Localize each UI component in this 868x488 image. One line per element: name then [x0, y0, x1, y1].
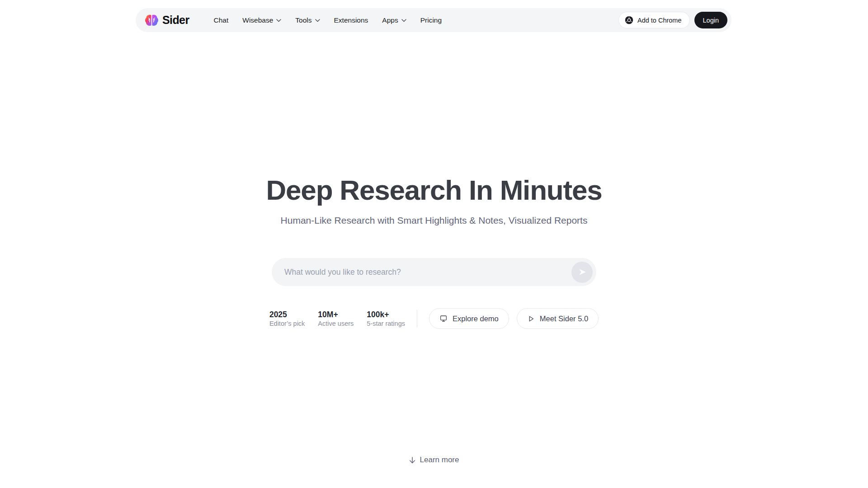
chrome-icon: [625, 16, 633, 24]
nav-item-label: Extensions: [334, 16, 368, 24]
vertical-divider: [417, 310, 417, 328]
learn-more-label: Learn more: [420, 455, 459, 465]
arrow-down-icon: [409, 456, 416, 464]
nav-item-extensions[interactable]: Extensions: [334, 16, 368, 24]
login-button[interactable]: Login: [694, 12, 727, 28]
stat-value: 2025: [269, 310, 305, 319]
stat-label: 5-star ratings: [367, 319, 405, 328]
play-icon: [527, 315, 535, 323]
top-navbar: Sider Chat Wisebase Tools Extensions App…: [136, 8, 731, 32]
stat-editors-pick: 2025 Editor’s pick: [269, 310, 305, 328]
nav-item-chat[interactable]: Chat: [214, 16, 229, 24]
send-button[interactable]: [571, 262, 593, 283]
learn-more-link[interactable]: Learn more: [409, 455, 459, 465]
sider-logo[interactable]: Sider: [144, 14, 189, 27]
brain-logo-icon: [144, 14, 159, 27]
research-search-input[interactable]: [284, 258, 571, 286]
main-nav: Chat Wisebase Tools Extensions Apps Pric…: [214, 16, 442, 24]
demo-screen-icon: [439, 314, 448, 323]
nav-item-apps[interactable]: Apps: [382, 16, 406, 24]
stat-active-users: 10M+ Active users: [318, 310, 354, 328]
send-arrow-icon: [577, 267, 587, 277]
nav-item-label: Apps: [382, 16, 398, 24]
add-to-chrome-button[interactable]: Add to Chrome: [618, 12, 690, 28]
nav-item-pricing[interactable]: Pricing: [420, 16, 442, 24]
stat-label: Active users: [318, 319, 354, 328]
explore-demo-button[interactable]: Explore demo: [429, 308, 509, 329]
research-search-box: [272, 258, 596, 286]
nav-item-label: Chat: [214, 16, 229, 24]
meet-sider-button[interactable]: Meet Sider 5.0: [517, 308, 599, 329]
nav-item-label: Tools: [295, 16, 311, 24]
navbar-actions: Add to Chrome Login: [618, 12, 727, 28]
nav-item-label: Wisebase: [242, 16, 273, 24]
nav-item-tools[interactable]: Tools: [295, 16, 320, 24]
nav-item-label: Pricing: [420, 16, 442, 24]
chevron-down-icon: [315, 19, 320, 22]
nav-item-wisebase[interactable]: Wisebase: [242, 16, 281, 24]
stats-group: 2025 Editor’s pick 10M+ Active users 100…: [269, 310, 405, 328]
brand-name: Sider: [162, 14, 189, 27]
stat-label: Editor’s pick: [269, 319, 305, 328]
stat-value: 10M+: [318, 310, 354, 319]
stat-ratings: 100k+ 5-star ratings: [367, 310, 405, 328]
page-title: Deep Research In Minutes: [0, 174, 868, 206]
meet-sider-label: Meet Sider 5.0: [540, 314, 588, 323]
stats-actions-row: 2025 Editor’s pick 10M+ Active users 100…: [0, 308, 868, 329]
explore-demo-label: Explore demo: [453, 314, 499, 323]
add-to-chrome-label: Add to Chrome: [637, 17, 682, 24]
page-subtitle: Human-Like Research with Smart Highlight…: [276, 214, 592, 226]
chevron-down-icon: [276, 19, 281, 22]
stat-value: 100k+: [367, 310, 405, 319]
chevron-down-icon: [401, 19, 406, 22]
hero-action-buttons: Explore demo Meet Sider 5.0: [429, 308, 599, 329]
